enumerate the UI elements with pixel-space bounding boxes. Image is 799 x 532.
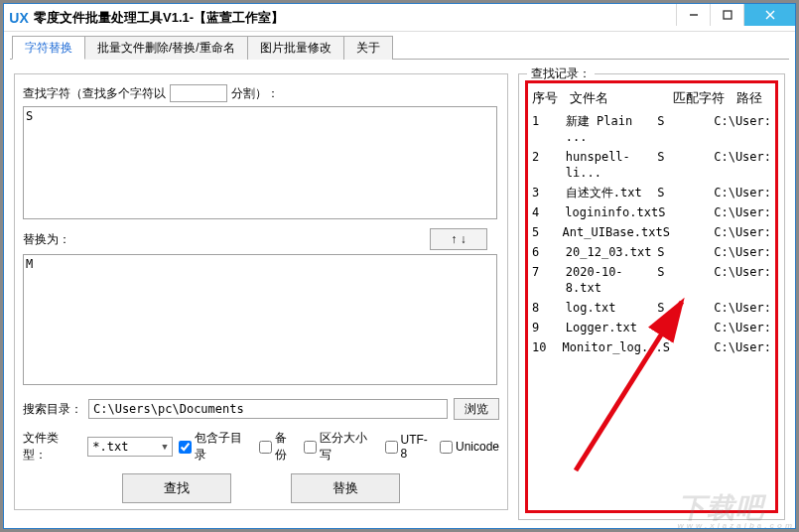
app-icon: UX [10, 9, 28, 27]
dir-input[interactable] [88, 399, 448, 419]
header-no: 序号 [532, 89, 570, 107]
checkbox-backup[interactable]: 备份 [259, 430, 299, 464]
table-row[interactable]: 4logininfo.txtSC:\User: [528, 202, 775, 222]
cell-no: 8 [532, 300, 566, 316]
checkbox-unicode[interactable]: Unicode [440, 440, 499, 454]
tab-about[interactable]: 关于 [343, 36, 393, 60]
table-row[interactable]: 620_12_03.txtSC:\User: [528, 242, 775, 262]
cell-path: C:\User: [714, 264, 771, 296]
find-label-row: 查找字符（查找多个字符以 分割）： [23, 84, 499, 102]
cell-filename: 新建 Plain ... [566, 113, 657, 145]
cell-no: 1 [532, 113, 566, 145]
results-rows[interactable]: 1新建 Plain ...SC:\User:2hunspell-li...SC:… [528, 111, 775, 357]
cell-no: 4 [532, 204, 565, 220]
dir-label: 搜索目录： [23, 401, 82, 418]
checkbox-subdir-input[interactable] [179, 441, 192, 454]
tab-char-replace[interactable]: 字符替换 [12, 36, 85, 60]
checkbox-utf8[interactable]: UTF-8 [385, 433, 434, 461]
checkbox-unicode-label: Unicode [456, 440, 499, 454]
header-filename: 文件名 [570, 89, 673, 107]
type-label: 文件类型： [23, 430, 81, 464]
tab-image-batch[interactable]: 图片批量修改 [247, 36, 344, 60]
cell-match: S [657, 264, 714, 296]
maximize-button[interactable] [710, 4, 743, 26]
checkbox-casesens-input[interactable] [304, 441, 317, 454]
cell-path: C:\User: [714, 244, 771, 260]
cell-filename: Logger.txt [566, 320, 657, 335]
browse-button[interactable]: 浏览 [454, 398, 499, 420]
type-value: *.txt [92, 440, 128, 454]
cell-filename: Ant_UIBase.txt [563, 224, 663, 240]
cell-filename: Monitor_log... [563, 339, 663, 355]
cell-match: S [657, 244, 714, 260]
left-group: 查找字符（查找多个字符以 分割）： S 替换为： ↑ ↓ M 搜索目录： 浏览 … [14, 73, 508, 510]
cell-filename: hunspell-li... [566, 149, 657, 181]
swap-button[interactable]: ↑ ↓ [430, 228, 487, 250]
cell-match: S [663, 339, 714, 355]
split-input[interactable] [170, 84, 227, 102]
table-row[interactable]: 2hunspell-li...SC:\User: [528, 147, 775, 183]
replace-label: 替换为： [23, 231, 70, 248]
watermark-sub: www.xiazaiba.com [678, 522, 795, 530]
svg-rect-1 [724, 11, 732, 19]
left-column: 查找字符（查找多个字符以 分割）： S 替换为： ↑ ↓ M 搜索目录： 浏览 … [14, 67, 508, 520]
cell-match: S [657, 320, 714, 335]
filter-row: 文件类型： *.txt ▼ 包含子目录 备份 区 [23, 430, 499, 464]
window-controls [676, 4, 795, 26]
checkbox-utf8-input[interactable] [385, 441, 398, 454]
find-textarea[interactable]: S [23, 106, 497, 219]
results-highlight-box: 序号 文件名 匹配字符 路径 1新建 Plain ...SC:\User:2hu… [525, 80, 778, 513]
table-row[interactable]: 1新建 Plain ...SC:\User: [528, 111, 775, 147]
cell-path: C:\User: [714, 204, 771, 220]
checkbox-unicode-input[interactable] [440, 441, 453, 454]
cell-path: C:\User: [714, 300, 771, 316]
cell-no: 6 [532, 244, 566, 260]
replace-button[interactable]: 替换 [291, 473, 400, 503]
cell-filename: 20_12_03.txt [566, 244, 657, 260]
table-row[interactable]: 8log.txtSC:\User: [528, 298, 775, 318]
cell-no: 9 [532, 320, 566, 335]
tab-bar: 字符替换 批量文件删除/替换/重命名 图片批量修改 关于 [4, 32, 795, 60]
dir-row: 搜索目录： 浏览 [23, 398, 499, 420]
cell-match: S [657, 185, 714, 200]
cell-match: S [663, 224, 714, 240]
find-label-suffix: 分割）： [231, 85, 279, 102]
cell-no: 7 [532, 264, 566, 296]
watermark: 下载吧 www.xiazaiba.com [678, 494, 795, 530]
cell-no: 2 [532, 149, 566, 181]
table-row[interactable]: 3自述文件.txtSC:\User: [528, 183, 775, 202]
table-row[interactable]: 9Logger.txtSC:\User: [528, 318, 775, 337]
minimize-button[interactable] [676, 4, 710, 26]
type-select[interactable]: *.txt ▼ [87, 437, 172, 457]
checkbox-casesens[interactable]: 区分大小写 [304, 430, 378, 464]
table-row[interactable]: 72020-10-8.txtSC:\User: [528, 262, 775, 298]
cell-filename: log.txt [566, 300, 657, 316]
cell-match: S [658, 204, 714, 220]
chevron-down-icon: ▼ [162, 442, 167, 452]
replace-textarea[interactable]: M [23, 254, 497, 385]
cell-path: C:\User: [714, 320, 771, 335]
header-path: 路径 [736, 89, 771, 107]
cell-path: C:\User: [714, 113, 771, 145]
cell-match: S [657, 113, 714, 145]
right-column: 查找记录： 序号 文件名 匹配字符 路径 1新建 Plain ...SC:\Us… [518, 67, 785, 520]
table-row[interactable]: 5Ant_UIBase.txtSC:\User: [528, 222, 775, 242]
main-window: UX 零度文件批量处理工具V1.1-【蓝萱工作室】 字符替换 批量文件删除/替换… [3, 3, 796, 529]
titlebar[interactable]: UX 零度文件批量处理工具V1.1-【蓝萱工作室】 [4, 4, 795, 32]
table-row[interactable]: 10Monitor_log...SC:\User: [528, 337, 775, 357]
find-button[interactable]: 查找 [122, 473, 231, 503]
cell-path: C:\User: [714, 339, 771, 355]
cell-filename: 自述文件.txt [566, 185, 657, 200]
cell-filename: logininfo.txt [565, 204, 658, 220]
checkbox-backup-input[interactable] [259, 441, 272, 454]
cell-filename: 2020-10-8.txt [566, 264, 657, 296]
cell-path: C:\User: [714, 149, 771, 181]
checkbox-utf8-label: UTF-8 [401, 433, 434, 461]
cell-no: 10 [532, 339, 563, 355]
checkbox-subdir-label: 包含子目录 [195, 430, 253, 464]
content-area: 查找字符（查找多个字符以 分割）： S 替换为： ↑ ↓ M 搜索目录： 浏览 … [4, 60, 795, 530]
tab-batch-file[interactable]: 批量文件删除/替换/重命名 [84, 36, 248, 60]
cell-match: S [657, 300, 714, 316]
close-button[interactable] [743, 4, 795, 26]
checkbox-subdir[interactable]: 包含子目录 [179, 430, 253, 464]
